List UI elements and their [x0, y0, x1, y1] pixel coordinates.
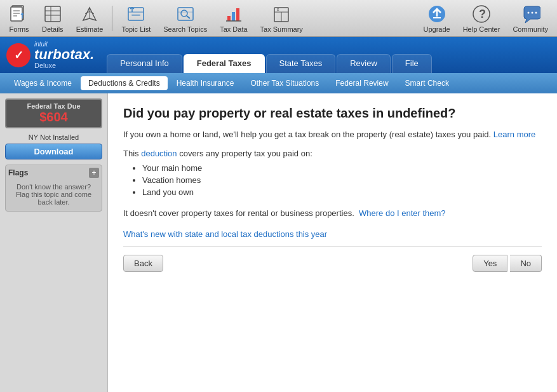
toolbar-community[interactable]: Community: [506, 1, 554, 36]
learn-more-link[interactable]: Learn more: [493, 130, 535, 139]
flags-title: Flags: [8, 168, 28, 177]
subnav-other-tax-situations[interactable]: Other Tax Situations: [243, 76, 326, 90]
tax-due-label: Federal Tax Due: [10, 102, 97, 110]
svg-rect-15: [178, 8, 193, 20]
deduction-intro: This deduction covers any property tax y…: [123, 149, 542, 158]
back-button[interactable]: Back: [123, 255, 163, 272]
content-note: It doesn't cover property taxes for rent…: [123, 207, 542, 220]
yes-no-group: Yes No: [473, 255, 542, 272]
content-title: Did you pay property or real estate taxe…: [123, 106, 542, 121]
flags-add-button[interactable]: +: [89, 168, 99, 178]
tax-due-box: Federal Tax Due $604: [5, 98, 102, 128]
app-header: ✓ intuit turbotax. Deluxe Personal Info …: [0, 37, 557, 73]
ny-label: NY Not Installed: [5, 133, 102, 141]
toolbar-forms[interactable]: Forms: [3, 1, 36, 36]
deduction-suffix: covers any property tax you paid on:: [179, 149, 312, 158]
details-icon: [43, 4, 63, 24]
community-label: Community: [513, 25, 548, 33]
note-prefix: It doesn't cover property taxes for rent…: [123, 208, 354, 218]
tax-summary-label: Tax Summary: [260, 25, 303, 33]
download-button[interactable]: Download: [5, 144, 102, 159]
logo-text: intuit turbotax. Deluxe: [34, 41, 94, 69]
estimate-icon: [79, 4, 100, 24]
bullet-3: Land you own: [142, 187, 542, 197]
toolbar-tax-summary[interactable]: $ Tax Summary: [254, 1, 309, 36]
toolbar-upgrade[interactable]: Upgrade: [417, 1, 456, 36]
button-row: Back Yes No: [123, 255, 542, 272]
toolbar-details[interactable]: Details: [36, 1, 70, 36]
content-intro: If you own a home or land, we'll help yo…: [123, 128, 542, 141]
subnav-smart-check[interactable]: Smart Check: [398, 76, 457, 90]
svg-text:?: ?: [479, 8, 486, 20]
svg-point-33: [535, 11, 537, 13]
forms-icon: [9, 4, 29, 24]
tax-summary-icon: $: [271, 4, 292, 24]
subnav-health-insurance[interactable]: Health Insurance: [169, 76, 242, 90]
tax-data-icon: [224, 4, 244, 24]
svg-rect-6: [45, 6, 60, 22]
tax-data-label: Tax Data: [220, 25, 247, 33]
divider: [123, 247, 542, 247]
flags-text: Don't know the answer? Flag this topic a…: [8, 180, 99, 208]
tab-review[interactable]: Review: [337, 54, 391, 73]
tab-file[interactable]: File: [392, 54, 432, 73]
toolbar-help-center[interactable]: ? Help Center: [457, 1, 507, 36]
subnav-federal-review[interactable]: Federal Review: [328, 76, 396, 90]
bullet-list: Your main home Vacation homes Land you o…: [142, 163, 542, 197]
nav-tabs: Personal Info Federal Taxes State Taxes …: [107, 37, 433, 73]
toolbar: Forms Details Estimate: [0, 0, 557, 37]
help-center-icon: ?: [471, 4, 492, 24]
search-topics-label: Search Topics: [163, 25, 207, 33]
flags-header: Flags +: [8, 168, 99, 178]
toolbar-estimate[interactable]: Estimate: [70, 1, 110, 36]
where-enter-link[interactable]: Where do I enter them?: [359, 208, 446, 218]
tab-personal-info[interactable]: Personal Info: [107, 54, 182, 73]
logo-turbotax: turbotax.: [34, 48, 94, 62]
sub-nav: Wages & Income Deductions & Credits Heal…: [0, 73, 557, 93]
tab-state-taxes[interactable]: State Taxes: [266, 54, 336, 73]
details-label: Details: [42, 25, 64, 33]
bullet-1: Your main home: [142, 163, 542, 173]
deduction-intro-text: This: [123, 149, 139, 158]
upgrade-label: Upgrade: [423, 25, 450, 33]
svg-point-31: [528, 11, 530, 13]
svg-text:$: $: [277, 8, 279, 11]
toolbar-sep-1: [112, 6, 112, 31]
topic-list-label: Topic List: [121, 25, 151, 33]
svg-rect-20: [232, 12, 235, 21]
logo-deluxe: Deluxe: [34, 62, 94, 69]
logo-area: ✓ intuit turbotax. Deluxe: [6, 41, 94, 69]
toolbar-tax-data[interactable]: Tax Data: [213, 1, 253, 36]
forms-label: Forms: [9, 25, 29, 33]
estimate-label: Estimate: [76, 25, 104, 33]
yes-button[interactable]: Yes: [473, 255, 507, 272]
whats-new-link[interactable]: What's new with state and local tax dedu…: [123, 229, 542, 239]
svg-rect-1: [11, 7, 22, 21]
tax-due-amount: $604: [10, 110, 97, 125]
logo-shield: ✓: [6, 43, 30, 67]
topic-list-icon: [126, 4, 146, 24]
tab-federal-taxes[interactable]: Federal Taxes: [184, 54, 265, 73]
community-icon: [520, 4, 540, 24]
toolbar-topic-list[interactable]: Topic List: [115, 1, 157, 36]
content-area: Did you pay property or real estate taxe…: [108, 93, 557, 392]
main-layout: Federal Tax Due $604 NY Not Installed Do…: [0, 93, 557, 392]
svg-rect-19: [227, 16, 231, 21]
svg-rect-21: [236, 8, 239, 21]
help-center-label: Help Center: [463, 25, 500, 33]
ny-not-installed: NY Not Installed Download: [5, 133, 102, 159]
upgrade-icon: [427, 4, 447, 24]
flags-section: Flags + Don't know the answer? Flag this…: [5, 165, 102, 212]
no-button[interactable]: No: [510, 255, 542, 272]
bullet-2: Vacation homes: [142, 175, 542, 185]
sidebar: Federal Tax Due $604 NY Not Installed Do…: [0, 93, 108, 392]
deduction-link[interactable]: deduction: [141, 149, 177, 158]
intro-text: If you own a home or land, we'll help yo…: [123, 130, 491, 139]
toolbar-search-topics[interactable]: Search Topics: [157, 1, 213, 36]
svg-point-32: [532, 11, 534, 13]
subnav-wages-income[interactable]: Wages & Income: [6, 76, 79, 90]
svg-line-17: [187, 16, 190, 18]
search-topics-icon: [175, 4, 196, 24]
svg-point-16: [181, 10, 187, 17]
subnav-deductions-credits[interactable]: Deductions & Credits: [81, 76, 168, 90]
